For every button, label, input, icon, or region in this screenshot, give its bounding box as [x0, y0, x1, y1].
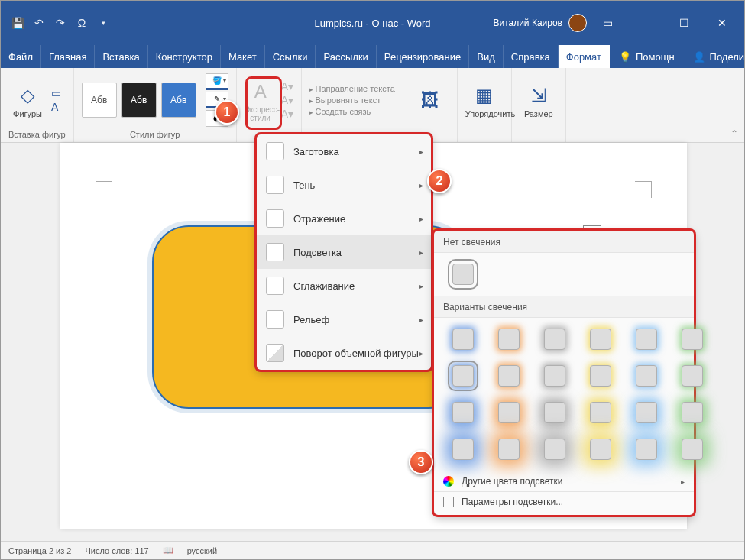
text-options: Направление текста Выровнять текст Созда… — [309, 84, 395, 116]
glow-swatch[interactable] — [590, 365, 611, 387]
arrange-button[interactable]: ▦Упорядочить — [465, 82, 504, 118]
glow-options[interactable]: Параметры подсветки... — [434, 491, 694, 512]
glow-swatch[interactable] — [682, 402, 703, 423]
group-size: ⇲Размер — [512, 68, 566, 142]
size-button[interactable]: ⇲Размер — [520, 82, 558, 118]
omega-icon[interactable]: Ω — [74, 15, 89, 31]
ribbon-display-icon[interactable]: ▭ — [590, 11, 625, 34]
glow-swatch[interactable] — [544, 329, 565, 350]
close-icon[interactable]: ✕ — [705, 11, 740, 34]
glow-variants-grid — [434, 318, 694, 471]
annotation-highlight-1 — [245, 76, 282, 130]
ribbon-tabs: Файл Главная Вставка Конструктор Макет С… — [1, 45, 744, 68]
tab-design[interactable]: Конструктор — [148, 45, 221, 68]
glow-swatch[interactable] — [544, 439, 565, 460]
share-button[interactable]: 👤Поделиться — [684, 45, 745, 68]
menu-soft-edges[interactable]: Сглаживание▸ — [257, 269, 431, 303]
glow-swatch[interactable] — [498, 365, 520, 387]
bevel-icon — [266, 310, 284, 329]
tab-file[interactable]: Файл — [1, 45, 41, 68]
glow-swatch[interactable] — [452, 402, 474, 423]
chevron-right-icon: ▸ — [419, 147, 423, 156]
tell-me[interactable]: 💡Помощн — [610, 45, 684, 68]
share-icon: 👤 — [693, 51, 705, 63]
lightbulb-icon: 💡 — [619, 51, 631, 63]
text-fill-icon[interactable]: A▾ — [281, 80, 293, 92]
menu-reflection[interactable]: Отражение▸ — [257, 202, 431, 235]
spellcheck-icon[interactable]: 📖 — [163, 545, 173, 555]
tab-insert[interactable]: Вставка — [95, 45, 147, 68]
tab-review[interactable]: Рецензирование — [377, 45, 469, 68]
menu-bevel[interactable]: Рельеф▸ — [257, 303, 431, 336]
glow-swatch[interactable] — [452, 329, 474, 350]
shape-fill-button[interactable]: 🪣 — [206, 73, 228, 90]
qat-dropdown-icon[interactable]: ▾ — [96, 15, 111, 31]
glow-swatch[interactable] — [498, 402, 520, 423]
menu-preset[interactable]: Заготовка▸ — [257, 134, 431, 168]
glow-swatch[interactable] — [636, 329, 657, 350]
soft-edges-icon — [266, 277, 284, 295]
more-glow-colors[interactable]: Другие цвета подсветки▸ — [434, 471, 694, 491]
tab-layout[interactable]: Макет — [221, 45, 265, 68]
align-text-button[interactable]: Выровнять текст — [309, 95, 395, 105]
text-box-icon[interactable]: A — [51, 101, 61, 113]
menu-3d-rotation[interactable]: Поворот объемной фигуры▸ — [257, 336, 431, 370]
tab-home[interactable]: Главная — [41, 45, 95, 68]
glow-swatch[interactable] — [452, 439, 474, 460]
glow-swatch[interactable] — [498, 439, 520, 460]
undo-icon[interactable]: ↶ — [31, 15, 47, 31]
glow-swatch[interactable] — [682, 439, 703, 460]
collapse-ribbon-icon[interactable]: ⌃ — [730, 128, 738, 139]
shapes-gallery-button[interactable]: ◇ Фигуры — [8, 82, 47, 118]
tab-references[interactable]: Ссылки — [265, 45, 316, 68]
arrange-icon: ▦ — [465, 82, 504, 109]
reflection-icon — [266, 209, 284, 228]
glow-swatch[interactable] — [682, 329, 703, 350]
glow-none-swatch[interactable] — [452, 264, 474, 285]
annotation-callout-1: 1 — [215, 100, 239, 125]
glow-swatch[interactable] — [590, 439, 611, 460]
quick-access-toolbar: 💾 ↶ ↷ Ω ▾ — [1, 15, 120, 31]
glow-swatch[interactable] — [636, 402, 657, 423]
edit-shape-icon[interactable]: ▭ — [51, 87, 61, 99]
tab-format[interactable]: Формат — [559, 45, 610, 68]
menu-shadow[interactable]: Тень▸ — [257, 168, 431, 202]
tab-mailings[interactable]: Рассылки — [316, 45, 376, 68]
glow-swatch[interactable] — [636, 439, 657, 460]
create-link-button[interactable]: Создать связь — [309, 107, 395, 116]
menu-glow[interactable]: Подсветка▸ — [257, 235, 431, 269]
glow-swatch[interactable] — [636, 365, 657, 387]
text-outline-icon[interactable]: A▾ — [281, 94, 293, 106]
minimize-icon[interactable]: — — [628, 11, 663, 34]
style-swatch-1[interactable]: Абв — [82, 83, 117, 118]
glow-swatch[interactable] — [498, 329, 520, 350]
margin-corner-tl — [96, 181, 112, 198]
margin-corner-tr — [635, 181, 652, 198]
avatar[interactable] — [568, 14, 587, 32]
text-direction-button[interactable]: Направление текста — [309, 84, 395, 93]
status-page[interactable]: Страница 2 из 2 — [8, 546, 71, 555]
glow-swatch[interactable] — [682, 365, 703, 387]
glow-swatch[interactable] — [452, 365, 474, 387]
maximize-icon[interactable]: ☐ — [666, 11, 701, 34]
status-language[interactable]: русский — [187, 546, 217, 555]
alt-text-button[interactable]: 🖼 — [411, 86, 449, 114]
save-icon[interactable]: 💾 — [10, 15, 25, 31]
no-glow-header: Нет свечения — [434, 231, 694, 253]
glow-swatch[interactable] — [544, 402, 565, 423]
tab-view[interactable]: Вид — [469, 45, 504, 68]
text-effects-icon[interactable]: A▾ — [281, 108, 293, 120]
status-words[interactable]: Число слов: 117 — [85, 546, 148, 555]
alt-text-icon: 🖼 — [411, 86, 449, 114]
tab-help[interactable]: Справка — [504, 45, 559, 68]
glow-swatch[interactable] — [590, 402, 611, 423]
glow-swatch[interactable] — [544, 365, 565, 387]
chevron-right-icon: ▸ — [419, 215, 423, 223]
group-shape-styles: Абв Абв Абв 🪣 ✎ ◐ Стили фигур — [74, 68, 237, 142]
style-swatch-3[interactable]: Абв — [161, 83, 196, 118]
style-swatch-2[interactable]: Абв — [121, 83, 157, 118]
redo-icon[interactable]: ↷ — [53, 15, 68, 31]
glow-swatch[interactable] — [590, 329, 611, 350]
chevron-right-icon: ▸ — [681, 477, 685, 486]
user-name[interactable]: Виталий Каиров — [493, 18, 562, 28]
